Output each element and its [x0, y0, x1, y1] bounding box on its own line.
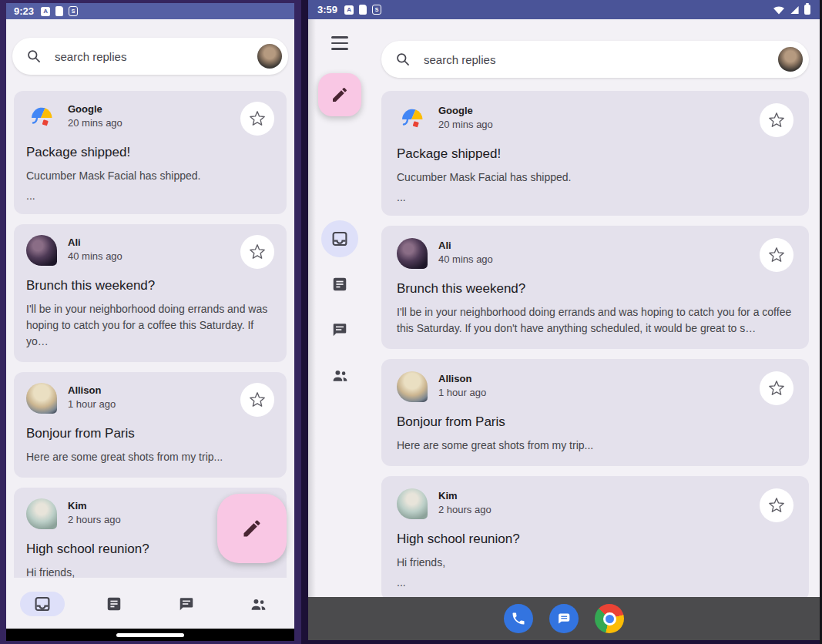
- email-more: ...: [26, 190, 274, 202]
- star-icon: [768, 380, 785, 397]
- sender-avatar-kim: [397, 488, 428, 519]
- pencil-icon: [330, 86, 349, 104]
- notification-s-icon: S: [372, 5, 381, 15]
- chat-icon: [331, 321, 348, 338]
- article-icon: [106, 595, 122, 612]
- phone-app-icon[interactable]: [504, 604, 533, 633]
- email-body: Hi friends,: [397, 555, 793, 571]
- rail-item-chat[interactable]: [331, 321, 348, 338]
- search-icon: [26, 49, 42, 65]
- search-icon: [395, 52, 411, 68]
- search-input[interactable]: [424, 53, 778, 66]
- email-body: Hi friends,: [26, 565, 274, 578]
- email-subject: Bonjour from Paris: [397, 414, 793, 430]
- pencil-icon: [241, 518, 263, 539]
- rail-item-inbox[interactable]: [321, 220, 358, 257]
- email-card-google[interactable]: Google 20 mins ago Package shipped! Cucu…: [14, 91, 287, 214]
- search-input[interactable]: [55, 50, 257, 63]
- star-button[interactable]: [760, 371, 793, 405]
- clock: 9:23: [14, 5, 34, 17]
- star-icon: [249, 243, 266, 260]
- chrome-center: [603, 612, 616, 626]
- nav-item-people[interactable]: [223, 592, 295, 616]
- email-more: ...: [397, 576, 793, 589]
- email-time: 40 mins ago: [68, 250, 122, 262]
- phone-screen: 9:23 A S Google 20 mins a: [6, 3, 294, 641]
- inbox-icon: [33, 595, 52, 613]
- notification-doc-icon: [359, 5, 367, 15]
- menu-button[interactable]: [331, 36, 348, 50]
- people-icon: [331, 367, 349, 384]
- messages-app-icon[interactable]: [549, 604, 579, 633]
- chrome-app-icon[interactable]: [595, 604, 624, 633]
- email-subject: Brunch this weekend?: [397, 281, 793, 297]
- clock: 3:59: [317, 4, 337, 15]
- nav-item-inbox[interactable]: [6, 592, 79, 616]
- email-more: ...: [397, 191, 793, 203]
- compose-fab[interactable]: [318, 73, 361, 116]
- star-icon: [768, 247, 785, 263]
- nav-item-chat[interactable]: [150, 592, 223, 616]
- email-body: Cucumber Mask Facial has shipped.: [397, 169, 793, 186]
- inbox-icon: [330, 230, 349, 248]
- star-button[interactable]: [760, 238, 793, 272]
- star-button[interactable]: [760, 103, 793, 137]
- nav-item-articles[interactable]: [79, 592, 151, 616]
- sender-avatar-kim: [26, 498, 57, 529]
- star-icon: [249, 110, 266, 127]
- email-card-kim[interactable]: Kim 2 hours ago High school reunion? Hi …: [381, 476, 809, 597]
- sender-name: Google: [438, 105, 493, 116]
- sender-name: Kim: [68, 500, 121, 512]
- email-card-ali[interactable]: Ali 40 mins ago Brunch this weekend? I'l…: [381, 226, 809, 349]
- sender-name: Allison: [438, 373, 486, 384]
- email-time: 20 mins ago: [68, 117, 122, 129]
- star-button[interactable]: [760, 488, 793, 522]
- bottom-navigation: [6, 584, 294, 624]
- email-subject: Package shipped!: [26, 145, 274, 160]
- email-body: I'll be in your neighborhood doing erran…: [26, 301, 274, 350]
- email-card-allison[interactable]: Allison 1 hour ago Bonjour from Paris He…: [14, 372, 287, 478]
- email-card-allison[interactable]: Allison 1 hour ago Bonjour from Paris He…: [381, 359, 809, 466]
- email-card-google[interactable]: Google 20 mins ago Package shipped! Cucu…: [381, 91, 809, 216]
- email-time: 1 hour ago: [438, 387, 486, 398]
- profile-avatar[interactable]: [257, 44, 282, 69]
- email-subject: Package shipped!: [397, 146, 793, 162]
- chat-icon: [178, 595, 195, 612]
- star-icon: [249, 391, 266, 408]
- notification-doc-icon: [55, 6, 63, 16]
- sender-avatar-ali: [26, 235, 57, 266]
- profile-avatar[interactable]: [778, 47, 803, 72]
- sender-avatar-google: [397, 103, 428, 134]
- email-body: I'll be in your neighborhood doing erran…: [397, 304, 793, 337]
- compose-fab[interactable]: [217, 494, 287, 563]
- sender-name: Google: [68, 103, 122, 115]
- email-subject: Bonjour from Paris: [26, 426, 274, 441]
- email-body: Here are some great shots from my trip..…: [397, 438, 793, 454]
- star-button[interactable]: [240, 235, 274, 269]
- email-time: 2 hours ago: [438, 504, 492, 515]
- notification-a-icon: A: [41, 7, 50, 16]
- battery-icon: [804, 5, 810, 15]
- article-icon: [331, 276, 348, 293]
- rail-item-articles[interactable]: [331, 276, 348, 293]
- email-body: Cucumber Mask Facial has shipped.: [26, 168, 274, 184]
- sender-avatar-allison: [26, 383, 57, 414]
- star-icon: [768, 497, 785, 514]
- home-handle[interactable]: [116, 633, 184, 637]
- email-list: Google 20 mins ago Package shipped! Cucu…: [381, 91, 809, 597]
- notification-s-icon: S: [69, 6, 78, 16]
- sender-name: Allison: [68, 384, 116, 396]
- reply-app-phone: Google 20 mins ago Package shipped! Cucu…: [6, 19, 294, 629]
- notification-a-icon: A: [344, 5, 354, 15]
- star-button[interactable]: [240, 383, 274, 417]
- email-card-ali[interactable]: Ali 40 mins ago Brunch this weekend? I'l…: [14, 224, 287, 362]
- search-bar[interactable]: [12, 38, 288, 75]
- sender-avatar-allison: [397, 371, 428, 402]
- email-subject: Brunch this weekend?: [26, 278, 274, 293]
- search-bar[interactable]: [381, 41, 809, 78]
- tablet-window: 3:59 A S: [308, 0, 822, 644]
- sender-name: Ali: [438, 240, 493, 251]
- email-time: 2 hours ago: [68, 514, 121, 525]
- star-button[interactable]: [240, 102, 274, 136]
- rail-item-people[interactable]: [331, 367, 349, 384]
